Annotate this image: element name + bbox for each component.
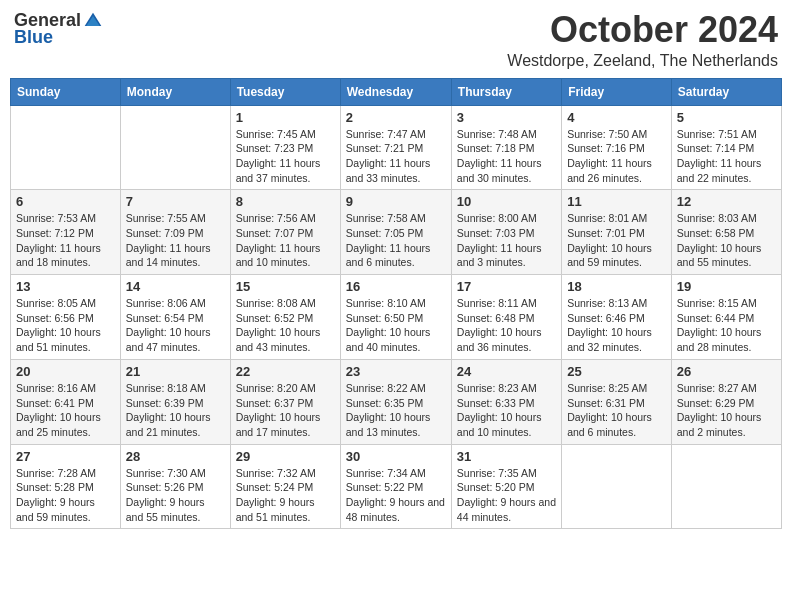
calendar-cell: 12Sunrise: 8:03 AM Sunset: 6:58 PM Dayli… <box>671 190 781 275</box>
day-info: Sunrise: 8:00 AM Sunset: 7:03 PM Dayligh… <box>457 211 556 270</box>
day-info: Sunrise: 7:32 AM Sunset: 5:24 PM Dayligh… <box>236 466 335 525</box>
day-info: Sunrise: 7:30 AM Sunset: 5:26 PM Dayligh… <box>126 466 225 525</box>
day-number: 20 <box>16 364 115 379</box>
day-number: 29 <box>236 449 335 464</box>
day-number: 10 <box>457 194 556 209</box>
day-info: Sunrise: 7:58 AM Sunset: 7:05 PM Dayligh… <box>346 211 446 270</box>
calendar-cell: 8Sunrise: 7:56 AM Sunset: 7:07 PM Daylig… <box>230 190 340 275</box>
day-number: 13 <box>16 279 115 294</box>
calendar-cell: 17Sunrise: 8:11 AM Sunset: 6:48 PM Dayli… <box>451 275 561 360</box>
calendar-week-row: 1Sunrise: 7:45 AM Sunset: 7:23 PM Daylig… <box>11 105 782 190</box>
day-number: 30 <box>346 449 446 464</box>
day-info: Sunrise: 7:56 AM Sunset: 7:07 PM Dayligh… <box>236 211 335 270</box>
calendar-cell: 15Sunrise: 8:08 AM Sunset: 6:52 PM Dayli… <box>230 275 340 360</box>
calendar-cell: 18Sunrise: 8:13 AM Sunset: 6:46 PM Dayli… <box>562 275 672 360</box>
day-info: Sunrise: 7:34 AM Sunset: 5:22 PM Dayligh… <box>346 466 446 525</box>
day-info: Sunrise: 7:28 AM Sunset: 5:28 PM Dayligh… <box>16 466 115 525</box>
day-info: Sunrise: 8:01 AM Sunset: 7:01 PM Dayligh… <box>567 211 666 270</box>
day-number: 6 <box>16 194 115 209</box>
calendar-cell: 24Sunrise: 8:23 AM Sunset: 6:33 PM Dayli… <box>451 359 561 444</box>
day-number: 15 <box>236 279 335 294</box>
page-header: General Blue October 2024 Westdorpe, Zee… <box>10 10 782 70</box>
day-info: Sunrise: 8:10 AM Sunset: 6:50 PM Dayligh… <box>346 296 446 355</box>
calendar-cell: 28Sunrise: 7:30 AM Sunset: 5:26 PM Dayli… <box>120 444 230 529</box>
day-info: Sunrise: 8:11 AM Sunset: 6:48 PM Dayligh… <box>457 296 556 355</box>
day-number: 7 <box>126 194 225 209</box>
day-info: Sunrise: 8:03 AM Sunset: 6:58 PM Dayligh… <box>677 211 776 270</box>
day-info: Sunrise: 8:23 AM Sunset: 6:33 PM Dayligh… <box>457 381 556 440</box>
day-number: 2 <box>346 110 446 125</box>
calendar-cell: 4Sunrise: 7:50 AM Sunset: 7:16 PM Daylig… <box>562 105 672 190</box>
calendar-cell: 20Sunrise: 8:16 AM Sunset: 6:41 PM Dayli… <box>11 359 121 444</box>
calendar-cell: 29Sunrise: 7:32 AM Sunset: 5:24 PM Dayli… <box>230 444 340 529</box>
column-header-thursday: Thursday <box>451 78 561 105</box>
day-info: Sunrise: 7:45 AM Sunset: 7:23 PM Dayligh… <box>236 127 335 186</box>
calendar-week-row: 6Sunrise: 7:53 AM Sunset: 7:12 PM Daylig… <box>11 190 782 275</box>
calendar-cell <box>562 444 672 529</box>
calendar-cell <box>671 444 781 529</box>
logo-icon <box>83 11 103 31</box>
calendar-week-row: 27Sunrise: 7:28 AM Sunset: 5:28 PM Dayli… <box>11 444 782 529</box>
calendar-cell: 1Sunrise: 7:45 AM Sunset: 7:23 PM Daylig… <box>230 105 340 190</box>
day-info: Sunrise: 8:27 AM Sunset: 6:29 PM Dayligh… <box>677 381 776 440</box>
day-number: 3 <box>457 110 556 125</box>
day-number: 28 <box>126 449 225 464</box>
location-title: Westdorpe, Zeeland, The Netherlands <box>507 52 778 70</box>
calendar-header-row: SundayMondayTuesdayWednesdayThursdayFrid… <box>11 78 782 105</box>
day-info: Sunrise: 7:53 AM Sunset: 7:12 PM Dayligh… <box>16 211 115 270</box>
day-info: Sunrise: 8:06 AM Sunset: 6:54 PM Dayligh… <box>126 296 225 355</box>
day-number: 5 <box>677 110 776 125</box>
day-info: Sunrise: 7:47 AM Sunset: 7:21 PM Dayligh… <box>346 127 446 186</box>
calendar-cell: 25Sunrise: 8:25 AM Sunset: 6:31 PM Dayli… <box>562 359 672 444</box>
day-number: 8 <box>236 194 335 209</box>
day-info: Sunrise: 8:25 AM Sunset: 6:31 PM Dayligh… <box>567 381 666 440</box>
day-number: 11 <box>567 194 666 209</box>
column-header-monday: Monday <box>120 78 230 105</box>
calendar-cell: 14Sunrise: 8:06 AM Sunset: 6:54 PM Dayli… <box>120 275 230 360</box>
day-number: 26 <box>677 364 776 379</box>
day-info: Sunrise: 8:13 AM Sunset: 6:46 PM Dayligh… <box>567 296 666 355</box>
calendar-cell: 7Sunrise: 7:55 AM Sunset: 7:09 PM Daylig… <box>120 190 230 275</box>
logo-blue-text: Blue <box>14 27 53 48</box>
day-info: Sunrise: 7:51 AM Sunset: 7:14 PM Dayligh… <box>677 127 776 186</box>
day-number: 25 <box>567 364 666 379</box>
day-number: 22 <box>236 364 335 379</box>
calendar-cell: 9Sunrise: 7:58 AM Sunset: 7:05 PM Daylig… <box>340 190 451 275</box>
calendar-cell: 16Sunrise: 8:10 AM Sunset: 6:50 PM Dayli… <box>340 275 451 360</box>
column-header-wednesday: Wednesday <box>340 78 451 105</box>
calendar-cell <box>120 105 230 190</box>
calendar-cell: 22Sunrise: 8:20 AM Sunset: 6:37 PM Dayli… <box>230 359 340 444</box>
calendar-cell: 26Sunrise: 8:27 AM Sunset: 6:29 PM Dayli… <box>671 359 781 444</box>
calendar-cell: 13Sunrise: 8:05 AM Sunset: 6:56 PM Dayli… <box>11 275 121 360</box>
day-number: 23 <box>346 364 446 379</box>
day-number: 18 <box>567 279 666 294</box>
calendar-cell: 5Sunrise: 7:51 AM Sunset: 7:14 PM Daylig… <box>671 105 781 190</box>
calendar-cell: 2Sunrise: 7:47 AM Sunset: 7:21 PM Daylig… <box>340 105 451 190</box>
day-number: 24 <box>457 364 556 379</box>
day-number: 31 <box>457 449 556 464</box>
day-info: Sunrise: 7:48 AM Sunset: 7:18 PM Dayligh… <box>457 127 556 186</box>
day-info: Sunrise: 7:35 AM Sunset: 5:20 PM Dayligh… <box>457 466 556 525</box>
column-header-friday: Friday <box>562 78 672 105</box>
calendar-cell: 10Sunrise: 8:00 AM Sunset: 7:03 PM Dayli… <box>451 190 561 275</box>
day-info: Sunrise: 8:15 AM Sunset: 6:44 PM Dayligh… <box>677 296 776 355</box>
column-header-sunday: Sunday <box>11 78 121 105</box>
calendar-cell: 21Sunrise: 8:18 AM Sunset: 6:39 PM Dayli… <box>120 359 230 444</box>
calendar-week-row: 20Sunrise: 8:16 AM Sunset: 6:41 PM Dayli… <box>11 359 782 444</box>
day-info: Sunrise: 7:55 AM Sunset: 7:09 PM Dayligh… <box>126 211 225 270</box>
day-number: 12 <box>677 194 776 209</box>
column-header-tuesday: Tuesday <box>230 78 340 105</box>
calendar-cell: 23Sunrise: 8:22 AM Sunset: 6:35 PM Dayli… <box>340 359 451 444</box>
day-number: 9 <box>346 194 446 209</box>
day-number: 17 <box>457 279 556 294</box>
calendar-cell: 19Sunrise: 8:15 AM Sunset: 6:44 PM Dayli… <box>671 275 781 360</box>
logo: General Blue <box>14 10 103 48</box>
calendar-week-row: 13Sunrise: 8:05 AM Sunset: 6:56 PM Dayli… <box>11 275 782 360</box>
day-info: Sunrise: 8:22 AM Sunset: 6:35 PM Dayligh… <box>346 381 446 440</box>
day-info: Sunrise: 8:20 AM Sunset: 6:37 PM Dayligh… <box>236 381 335 440</box>
calendar-cell: 11Sunrise: 8:01 AM Sunset: 7:01 PM Dayli… <box>562 190 672 275</box>
calendar-cell: 6Sunrise: 7:53 AM Sunset: 7:12 PM Daylig… <box>11 190 121 275</box>
day-info: Sunrise: 8:18 AM Sunset: 6:39 PM Dayligh… <box>126 381 225 440</box>
day-number: 19 <box>677 279 776 294</box>
day-info: Sunrise: 8:08 AM Sunset: 6:52 PM Dayligh… <box>236 296 335 355</box>
